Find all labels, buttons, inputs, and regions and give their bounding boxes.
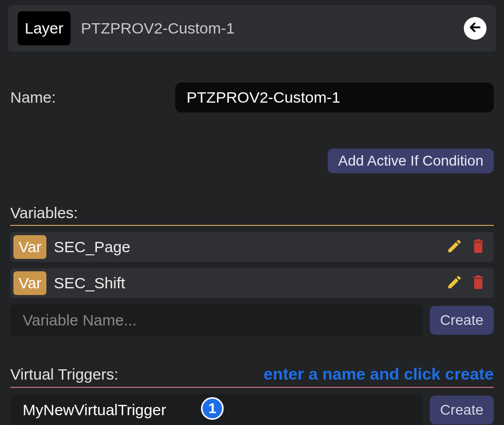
annotation-text: enter a name and click create <box>264 365 494 384</box>
name-row: Name: <box>5 77 499 118</box>
create-trigger-button[interactable]: Create <box>430 396 494 424</box>
create-variable-button[interactable]: Create <box>430 306 494 335</box>
back-button[interactable] <box>464 17 486 40</box>
pencil-icon <box>446 238 463 256</box>
edit-variable-button[interactable] <box>445 274 464 292</box>
variable-row[interactable]: Var SEC_Shift <box>10 268 494 298</box>
annotation-badge-1: 1 <box>201 397 224 420</box>
var-badge: Var <box>13 235 46 259</box>
triggers-divider <box>10 387 494 388</box>
edit-variable-button[interactable] <box>445 238 464 256</box>
add-active-if-button[interactable]: Add Active If Condition <box>328 149 494 173</box>
new-variable-row: Create <box>10 304 494 336</box>
variable-row[interactable]: Var SEC_Page <box>10 232 494 262</box>
variable-name: SEC_Shift <box>54 274 440 292</box>
trash-icon <box>470 273 486 293</box>
variable-name: SEC_Page <box>54 238 440 256</box>
new-trigger-row: 1 Create <box>10 394 494 425</box>
name-label: Name: <box>10 89 175 106</box>
trash-icon <box>470 237 486 257</box>
name-input[interactable] <box>175 83 494 112</box>
var-badge: Var <box>13 271 46 295</box>
pencil-icon <box>446 274 463 292</box>
new-variable-input[interactable] <box>10 304 423 336</box>
layer-badge: Layer <box>18 11 71 45</box>
layer-title: PTZPROV2-Custom-1 <box>81 20 464 37</box>
layer-header: Layer PTZPROV2-Custom-1 <box>8 5 496 52</box>
virtual-triggers-heading: Virtual Triggers: <box>10 366 119 383</box>
delete-variable-button[interactable] <box>469 274 488 292</box>
arrow-left-icon <box>468 21 482 36</box>
variables-heading: Variables: <box>5 204 499 225</box>
variables-divider <box>10 225 494 226</box>
delete-variable-button[interactable] <box>469 238 488 256</box>
